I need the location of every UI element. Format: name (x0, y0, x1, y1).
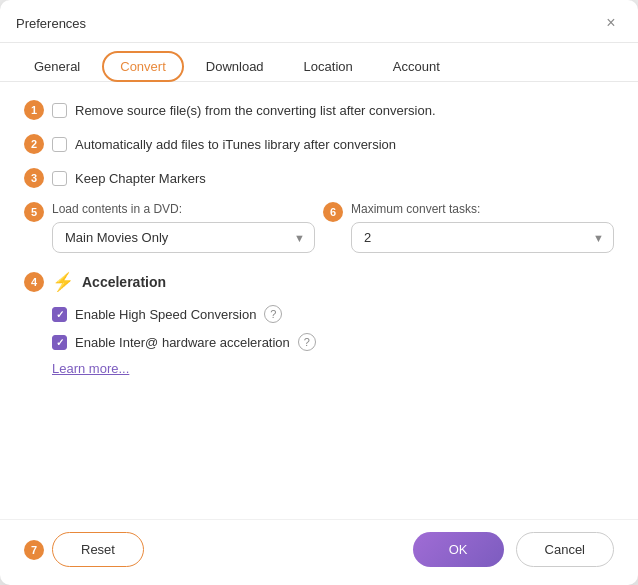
accel-title: Acceleration (82, 274, 166, 290)
tasks-dropdown-label: Maximum convert tasks: (351, 202, 614, 216)
reset-button[interactable]: Reset (52, 532, 144, 567)
learn-more-link[interactable]: Learn more... (24, 361, 614, 376)
window-title: Preferences (16, 16, 86, 31)
tab-general[interactable]: General (16, 51, 98, 82)
option-label-1: Remove source file(s) from the convertin… (75, 103, 436, 118)
step-badge-6: 6 (323, 202, 343, 222)
step-badge-2: 2 (24, 134, 44, 154)
acceleration-section: 4 ⚡ Acceleration Enable High Speed Conve… (24, 271, 614, 376)
option-label-2: Automatically add files to iTunes librar… (75, 137, 396, 152)
preferences-window: Preferences × General Convert Download L… (0, 0, 638, 585)
tab-convert[interactable]: Convert (102, 51, 184, 82)
title-bar: Preferences × (0, 0, 638, 43)
accel-label-2: Enable Inter@ hardware acceleration (75, 335, 290, 350)
accel-option-2: Enable Inter@ hardware acceleration ? (24, 333, 614, 351)
accel-header-row: 4 ⚡ Acceleration (24, 271, 614, 293)
dvd-dropdown-label: Load contents in a DVD: (52, 202, 315, 216)
tab-account[interactable]: Account (375, 51, 458, 82)
option-row-1: 1 Remove source file(s) from the convert… (24, 100, 614, 120)
tab-download[interactable]: Download (188, 51, 282, 82)
tab-content: 1 Remove source file(s) from the convert… (0, 82, 638, 519)
dvd-dropdown-wrapper: Main Movies Only All Titles Chapters ▼ (52, 222, 315, 253)
step-badge-4: 4 (24, 272, 44, 292)
tasks-dropdown-wrapper: 1 2 3 4 ▼ (351, 222, 614, 253)
dvd-dropdown-select[interactable]: Main Movies Only All Titles Chapters (52, 222, 315, 253)
reset-area: 7 Reset (24, 532, 144, 567)
option-label-3: Keep Chapter Markers (75, 171, 206, 186)
step-badge-3: 3 (24, 168, 44, 188)
step-badge-5: 5 (24, 202, 44, 222)
tab-location[interactable]: Location (286, 51, 371, 82)
checkbox-3[interactable] (52, 171, 67, 186)
option-row-3: 3 Keep Chapter Markers (24, 168, 614, 188)
accel-checkbox-1[interactable] (52, 307, 67, 322)
step-badge-7: 7 (24, 540, 44, 560)
accel-option-1: Enable High Speed Conversion ? (24, 305, 614, 323)
checkbox-2[interactable] (52, 137, 67, 152)
dropdowns-row: 5 Load contents in a DVD: Main Movies On… (24, 202, 614, 253)
ok-button[interactable]: OK (413, 532, 504, 567)
option-row-2: 2 Automatically add files to iTunes libr… (24, 134, 614, 154)
footer: 7 Reset OK Cancel (0, 519, 638, 585)
step-badge-1: 1 (24, 100, 44, 120)
tasks-dropdown-select[interactable]: 1 2 3 4 (351, 222, 614, 253)
right-buttons: OK Cancel (413, 532, 614, 567)
checkbox-1[interactable] (52, 103, 67, 118)
help-icon-1[interactable]: ? (264, 305, 282, 323)
tabs-bar: General Convert Download Location Accoun… (0, 43, 638, 82)
close-button[interactable]: × (600, 12, 622, 34)
accel-checkbox-2[interactable] (52, 335, 67, 350)
dvd-dropdown-block: Load contents in a DVD: Main Movies Only… (52, 202, 315, 253)
accel-label-1: Enable High Speed Conversion (75, 307, 256, 322)
cancel-button[interactable]: Cancel (516, 532, 614, 567)
help-icon-2[interactable]: ? (298, 333, 316, 351)
tasks-dropdown-block: Maximum convert tasks: 1 2 3 4 ▼ (351, 202, 614, 253)
lightning-icon: ⚡ (52, 271, 74, 293)
